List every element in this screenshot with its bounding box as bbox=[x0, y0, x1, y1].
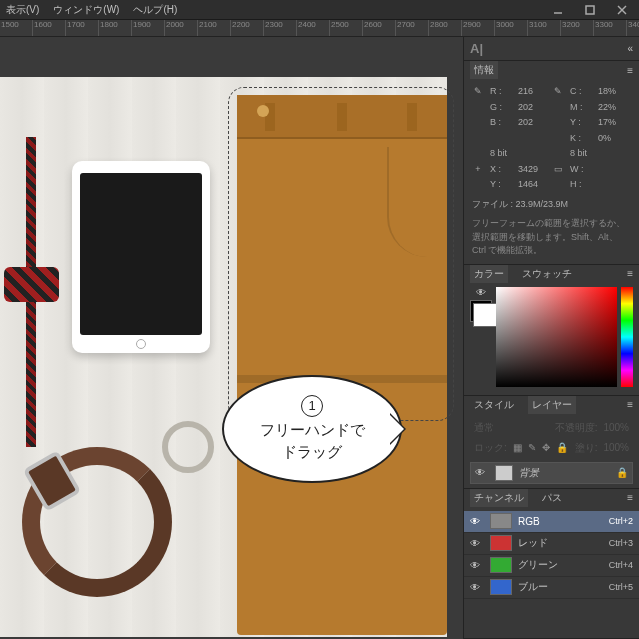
maximize-button[interactable] bbox=[575, 2, 605, 18]
ruler-tick: 2400 bbox=[297, 20, 330, 37]
ruler-tick: 1700 bbox=[66, 20, 99, 37]
channel-row[interactable]: 👁レッドCtrl+3 bbox=[464, 533, 639, 555]
collapse-icon[interactable]: « bbox=[627, 43, 633, 54]
tab-styles[interactable]: スタイル bbox=[470, 396, 518, 414]
tab-color[interactable]: カラー bbox=[470, 265, 508, 283]
top-icon-strip: A| « bbox=[464, 37, 639, 61]
lock-all-icon[interactable]: 🔒 bbox=[556, 442, 568, 453]
channel-row[interactable]: 👁ブルーCtrl+5 bbox=[464, 577, 639, 599]
channel-name: グリーン bbox=[518, 558, 558, 572]
layer-thumbnail bbox=[495, 465, 513, 481]
window-controls bbox=[543, 2, 637, 18]
channel-name: レッド bbox=[518, 536, 548, 550]
ruler-tick: 2800 bbox=[429, 20, 462, 37]
canvas-area[interactable]: 1 フリーハンドで ドラッグ bbox=[0, 37, 463, 639]
ruler-tick: 1500 bbox=[0, 20, 33, 37]
right-panels: A| « 情報 ≡ ✎R :216 ✎C :18% G :202M :22% B… bbox=[463, 37, 639, 639]
channel-row[interactable]: 👁グリーンCtrl+4 bbox=[464, 555, 639, 577]
tab-swatches[interactable]: スウォッチ bbox=[518, 265, 576, 283]
menu-window[interactable]: ウィンドウ(W) bbox=[53, 3, 119, 17]
visibility-toggle-icon[interactable]: 👁 bbox=[470, 538, 484, 549]
channels-panel: チャンネル パス ≡ 👁RGBCtrl+2👁レッドCtrl+3👁グリーンCtrl… bbox=[464, 489, 639, 640]
channel-thumbnail bbox=[490, 535, 512, 551]
panel-menu-icon[interactable]: ≡ bbox=[627, 65, 633, 76]
ruler-tick: 2700 bbox=[396, 20, 429, 37]
image-tablet bbox=[72, 161, 210, 353]
eyedropper-icon: ✎ bbox=[472, 86, 484, 98]
image-bracelet bbox=[162, 421, 214, 473]
crosshair-icon: + bbox=[472, 163, 484, 175]
panel-menu-icon[interactable]: ≡ bbox=[627, 399, 633, 410]
tab-info[interactable]: 情報 bbox=[470, 61, 498, 79]
tab-channels[interactable]: チャンネル bbox=[470, 489, 528, 507]
visibility-toggle-icon[interactable]: 👁 bbox=[470, 516, 484, 527]
ruler-tick: 2600 bbox=[363, 20, 396, 37]
color-field[interactable] bbox=[496, 287, 617, 387]
annotation-number: 1 bbox=[301, 395, 323, 417]
menu-view[interactable]: 表示(V) bbox=[6, 3, 39, 17]
annotation-line1: フリーハンドで bbox=[260, 419, 365, 442]
ruler-tick: 2300 bbox=[264, 20, 297, 37]
channel-thumbnail bbox=[490, 557, 512, 573]
color-panel: カラー スウォッチ ≡ 👁 bbox=[464, 265, 639, 396]
menu-help[interactable]: ヘルプ(H) bbox=[133, 3, 177, 17]
visibility-toggle-icon[interactable]: 👁 bbox=[470, 560, 484, 571]
channel-row[interactable]: 👁RGBCtrl+2 bbox=[464, 511, 639, 533]
info-file: ファイル : 23.9M/23.9M bbox=[472, 198, 631, 212]
ruler-tick: 1900 bbox=[132, 20, 165, 37]
ruler-tick: 2500 bbox=[330, 20, 363, 37]
channel-name: ブルー bbox=[518, 580, 548, 594]
info-panel: 情報 ≡ ✎R :216 ✎C :18% G :202M :22% B :202… bbox=[464, 61, 639, 265]
ruler-tick: 3200 bbox=[561, 20, 594, 37]
document-image: 1 フリーハンドで ドラッグ bbox=[0, 77, 447, 637]
tab-layers[interactable]: レイヤー bbox=[528, 396, 576, 414]
visibility-toggle-icon[interactable]: 👁 bbox=[470, 582, 484, 593]
ruler-tick: 1600 bbox=[33, 20, 66, 37]
info-values: ✎R :216 ✎C :18% G :202M :22% B :202Y :17… bbox=[472, 85, 631, 192]
image-belt bbox=[22, 447, 172, 597]
ruler-horizontal: 1500160017001800190020002100220023002400… bbox=[0, 20, 639, 37]
channel-shortcut: Ctrl+2 bbox=[609, 516, 633, 526]
ruler-tick: 2900 bbox=[462, 20, 495, 37]
lock-transparency-icon[interactable]: ▦ bbox=[513, 442, 522, 453]
lock-move-icon[interactable]: ✥ bbox=[542, 442, 550, 453]
channel-shortcut: Ctrl+4 bbox=[609, 560, 633, 570]
tab-paths[interactable]: パス bbox=[538, 489, 566, 507]
image-pants bbox=[237, 95, 447, 635]
ruler-tick: 3000 bbox=[495, 20, 528, 37]
close-button[interactable] bbox=[607, 2, 637, 18]
channel-thumbnail bbox=[490, 513, 512, 529]
lock-brush-icon[interactable]: ✎ bbox=[528, 442, 536, 453]
blend-mode-select[interactable]: 通常 bbox=[474, 421, 494, 435]
layer-name[interactable]: 背景 bbox=[519, 466, 539, 480]
eye-icon[interactable]: 👁 bbox=[476, 287, 486, 298]
lock-icon: 🔒 bbox=[616, 467, 628, 478]
image-bowtie bbox=[4, 137, 59, 447]
info-hint: フリーフォームの範囲を選択するか、選択範囲を移動します。Shift、Alt、Ct… bbox=[472, 217, 631, 258]
ruler-tick: 2000 bbox=[165, 20, 198, 37]
ruler-tick: 1800 bbox=[99, 20, 132, 37]
channel-name: RGB bbox=[518, 516, 540, 527]
svg-rect-1 bbox=[586, 6, 594, 14]
layers-panel: スタイル レイヤー ≡ 通常 不透明度: 100% ロック: ▦ ✎ ✥ 🔒 塗… bbox=[464, 396, 639, 489]
ruler-tick: 2100 bbox=[198, 20, 231, 37]
annotation-bubble: 1 フリーハンドで ドラッグ bbox=[222, 375, 402, 483]
channel-shortcut: Ctrl+5 bbox=[609, 582, 633, 592]
ruler-tick: 2200 bbox=[231, 20, 264, 37]
eyedropper2-icon: ✎ bbox=[552, 86, 564, 98]
panel-menu-icon[interactable]: ≡ bbox=[627, 268, 633, 279]
minimize-button[interactable] bbox=[543, 2, 573, 18]
ruler-tick: 3100 bbox=[528, 20, 561, 37]
channel-shortcut: Ctrl+3 bbox=[609, 538, 633, 548]
ruler-tick: 3300 bbox=[594, 20, 627, 37]
visibility-toggle-icon[interactable]: 👁 bbox=[475, 467, 489, 478]
foreground-background-swatch[interactable] bbox=[470, 300, 492, 322]
hue-slider[interactable] bbox=[621, 287, 633, 387]
annotation-line2: ドラッグ bbox=[282, 441, 342, 464]
channel-thumbnail bbox=[490, 579, 512, 595]
A-icon[interactable]: A| bbox=[470, 41, 483, 56]
panel-menu-icon[interactable]: ≡ bbox=[627, 492, 633, 503]
dimensions-icon: ▭ bbox=[552, 163, 564, 175]
layer-row[interactable]: 👁 背景 🔒 bbox=[470, 462, 633, 484]
ruler-tick: 3400 bbox=[627, 20, 639, 37]
